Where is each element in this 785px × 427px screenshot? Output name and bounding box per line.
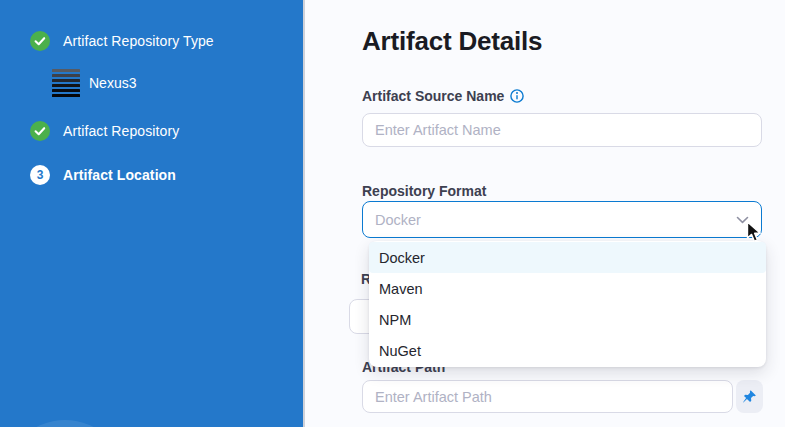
artifact-wizard-page: Artifact Repository Type Nexus3 Artifact… bbox=[0, 0, 785, 427]
wizard-steps-sidebar: Artifact Repository Type Nexus3 Artifact… bbox=[0, 0, 305, 427]
pin-icon bbox=[742, 389, 757, 404]
dropdown-option-nuget[interactable]: NuGet bbox=[369, 335, 766, 366]
sidebar-item-artifact-repository[interactable]: Artifact Repository bbox=[30, 121, 179, 141]
repository-format-select[interactable]: Docker bbox=[362, 201, 762, 238]
sidebar-item-artifact-repository-type[interactable]: Artifact Repository Type bbox=[30, 31, 214, 51]
artifact-source-name-input[interactable] bbox=[362, 113, 762, 147]
substep-label: Nexus3 bbox=[89, 75, 136, 91]
pin-runtime-input-button[interactable] bbox=[736, 380, 763, 413]
chevron-down-icon bbox=[736, 216, 749, 224]
repository-format-dropdown-menu: Docker Maven NPM NuGet bbox=[369, 241, 766, 367]
sidebar-item-nexus3[interactable]: Nexus3 bbox=[52, 69, 136, 97]
info-icon[interactable] bbox=[510, 89, 524, 103]
artifact-path-input[interactable] bbox=[362, 380, 733, 413]
dropdown-option-maven[interactable]: Maven bbox=[369, 273, 766, 304]
check-icon bbox=[30, 121, 50, 141]
step-label: Artifact Repository Type bbox=[63, 33, 214, 49]
step-number-badge: 3 bbox=[30, 165, 50, 185]
step-label: Artifact Repository bbox=[63, 123, 179, 139]
sidebar-watermark-circle bbox=[3, 420, 127, 427]
page-title: Artifact Details bbox=[362, 26, 542, 57]
dropdown-option-npm[interactable]: NPM bbox=[369, 304, 766, 335]
selected-value: Docker bbox=[375, 212, 736, 228]
check-icon bbox=[30, 31, 50, 51]
step-label: Artifact Location bbox=[63, 167, 176, 183]
repository-format-label: Repository Format bbox=[362, 183, 486, 199]
artifact-details-panel: Artifact Details Artifact Source Name Re… bbox=[307, 0, 785, 427]
dropdown-option-docker[interactable]: Docker bbox=[369, 242, 766, 273]
nexus3-icon bbox=[52, 69, 80, 97]
sidebar-item-artifact-location[interactable]: 3 Artifact Location bbox=[30, 165, 176, 185]
artifact-source-name-label: Artifact Source Name bbox=[362, 88, 524, 104]
